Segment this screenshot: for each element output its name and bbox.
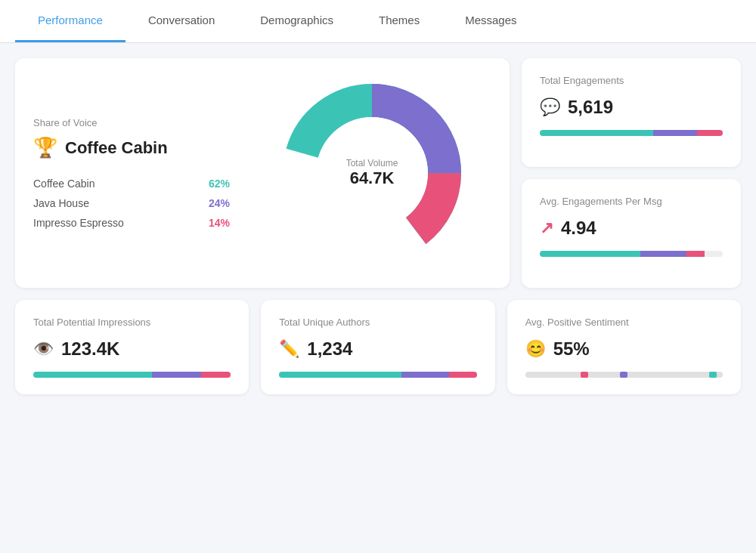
competitor-1-name: Coffee Cabin — [33, 178, 94, 190]
tab-performance[interactable]: Performance — [15, 0, 125, 42]
impressions-bar — [33, 372, 231, 378]
main-content: Share of Voice 🏆 Coffee Cabin Coffee Cab… — [0, 43, 756, 409]
total-engagements-title: Total Engagements — [540, 75, 723, 86]
arrow-up-icon: ↗ — [540, 218, 553, 238]
donut-chart: Total Volume 64.7K — [253, 75, 491, 271]
engagements-bar-purple — [653, 130, 697, 136]
authors-title: Total Unique Authors — [279, 317, 476, 328]
engagements-bar-teal — [540, 130, 653, 136]
competitor-2-name: Java House — [33, 197, 89, 209]
auth-bar-teal — [279, 372, 401, 378]
share-of-voice-card: Share of Voice 🏆 Coffee Cabin Coffee Cab… — [15, 58, 510, 288]
sov-competitor-3: Impresso Espresso 14% — [33, 217, 230, 229]
avg-engagements-value: 4.94 — [561, 218, 596, 239]
avg-engagements-bar — [540, 251, 723, 257]
eye-icon: 👁️ — [33, 339, 54, 359]
total-engagements-card: Total Engagements 💬 5,619 — [522, 58, 741, 167]
sentiment-row: 😊 55% — [525, 338, 723, 360]
auth-bar-pink — [449, 372, 477, 378]
sentiment-card: Avg. Positive Sentiment 😊 55% — [507, 300, 741, 394]
sentiment-value: 55% — [553, 338, 590, 360]
authors-bar — [279, 372, 476, 378]
avg-engagements-card: Avg. Engagements Per Msg ↗ 4.94 — [522, 179, 741, 288]
bottom-row: Total Potential Impressions 👁️ 123.4K To… — [15, 300, 741, 394]
competitor-1-pct: 62% — [209, 178, 230, 190]
tab-messages[interactable]: Messages — [442, 0, 539, 42]
sentiment-marker-pink — [581, 372, 588, 378]
impressions-row: 👁️ 123.4K — [33, 338, 231, 360]
sov-competitor-2: Java House 24% — [33, 197, 230, 209]
pencil-icon: ✏️ — [279, 339, 299, 359]
sentiment-marker-purple — [620, 372, 627, 378]
avg-bar-purple — [640, 251, 686, 257]
avg-bar-teal — [540, 251, 640, 257]
competitor-2-pct: 24% — [209, 197, 230, 209]
authors-value: 1,234 — [307, 338, 352, 360]
sentiment-bar — [525, 372, 723, 378]
right-col: Total Engagements 💬 5,619 Avg. Engagemen… — [522, 58, 741, 288]
total-engagements-row: 💬 5,619 — [540, 97, 723, 118]
sov-competitor-1: Coffee Cabin 62% — [33, 178, 230, 190]
impressions-title: Total Potential Impressions — [33, 317, 231, 328]
chat-icon: 💬 — [540, 97, 560, 117]
impressions-card: Total Potential Impressions 👁️ 123.4K — [15, 300, 249, 394]
sentiment-title: Avg. Positive Sentiment — [525, 317, 723, 328]
auth-bar-purple — [401, 372, 449, 378]
donut-svg — [274, 75, 470, 271]
top-row: Share of Voice 🏆 Coffee Cabin Coffee Cab… — [15, 58, 741, 288]
sov-title: Share of Voice — [33, 117, 230, 128]
competitor-3-name: Impresso Espresso — [33, 217, 124, 229]
trophy-icon: 🏆 — [33, 136, 57, 159]
happy-face-icon: 😊 — [525, 339, 546, 359]
authors-row: ✏️ 1,234 — [279, 338, 476, 360]
imp-bar-purple — [152, 372, 201, 378]
impressions-value: 123.4K — [61, 338, 119, 360]
avg-bar-pink — [686, 251, 705, 257]
engagements-bar-pink — [697, 130, 723, 136]
authors-card: Total Unique Authors ✏️ 1,234 — [261, 300, 494, 394]
tab-themes[interactable]: Themes — [356, 0, 442, 42]
tab-conversation[interactable]: Conversation — [125, 0, 237, 42]
imp-bar-teal — [33, 372, 152, 378]
tab-bar: Performance Conversation Demographics Th… — [0, 0, 756, 43]
sov-brand: 🏆 Coffee Cabin — [33, 136, 230, 159]
sov-competitors: Coffee Cabin 62% Java House 24% Impresso… — [33, 178, 230, 229]
avg-engagements-row: ↗ 4.94 — [540, 218, 723, 239]
tab-demographics[interactable]: Demographics — [237, 0, 356, 42]
engagements-bar — [540, 130, 723, 136]
sov-brand-name: Coffee Cabin — [65, 138, 168, 158]
sov-left: Share of Voice 🏆 Coffee Cabin Coffee Cab… — [33, 117, 230, 229]
imp-bar-pink — [201, 372, 231, 378]
avg-engagements-title: Avg. Engagements Per Msg — [540, 196, 723, 207]
sentiment-marker-teal — [709, 372, 717, 378]
donut-inner — [316, 117, 428, 229]
competitor-3-pct: 14% — [209, 217, 230, 229]
total-engagements-value: 5,619 — [568, 97, 613, 118]
